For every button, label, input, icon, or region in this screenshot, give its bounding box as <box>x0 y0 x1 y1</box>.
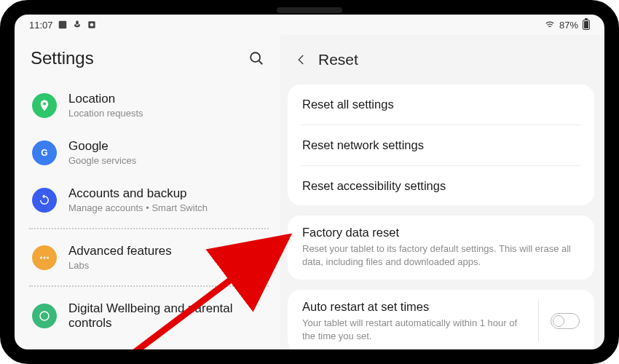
option-desc: Your tablet will restart automatically w… <box>302 317 527 342</box>
auto-restart-card: Auto restart at set times Your tablet wi… <box>288 290 594 354</box>
reset-accessibility-settings[interactable]: Reset accessibility settings <box>288 166 594 205</box>
sync-icon <box>32 188 57 213</box>
sidebar-item-location[interactable]: Location Location requests <box>28 82 270 129</box>
sidebar-item-google[interactable]: G Google Google services <box>28 129 270 176</box>
sidebar-item-digital-wellbeing[interactable]: Digital Wellbeing and parental controls <box>28 291 270 341</box>
sidebar-item-subtitle: Google services <box>68 155 136 166</box>
battery-icon <box>583 20 590 30</box>
image-icon <box>58 20 68 30</box>
divider <box>538 300 539 342</box>
svg-point-2 <box>90 23 93 27</box>
auto-restart-toggle[interactable] <box>551 313 580 329</box>
divider <box>29 228 269 229</box>
status-battery-pct: 87% <box>559 20 578 31</box>
sidebar-item-subtitle: Labs <box>68 260 172 271</box>
svg-point-3 <box>251 52 260 62</box>
reset-options-card: Reset all settings Reset network setting… <box>288 84 594 205</box>
location-icon <box>32 93 57 118</box>
sidebar-item-title: Advanced features <box>68 244 172 258</box>
factory-data-reset[interactable]: Factory data reset Reset your tablet to … <box>288 215 594 280</box>
svg-point-6 <box>40 256 42 258</box>
search-icon[interactable] <box>248 50 264 66</box>
sidebar-item-title: Location <box>68 92 143 106</box>
wellbeing-icon <box>32 304 57 328</box>
reset-detail-pane: Reset Reset all settings Reset network s… <box>280 35 604 364</box>
option-title: Auto restart at set times <box>302 300 527 314</box>
factory-reset-card: Factory data reset Reset your tablet to … <box>288 215 594 280</box>
divider <box>29 285 269 287</box>
detail-title: Reset <box>318 51 358 68</box>
auto-restart-row[interactable]: Auto restart at set times Your tablet wi… <box>288 290 594 354</box>
sidebar-item-subtitle: Manage accounts • Smart Switch <box>68 202 208 213</box>
settings-left-pane: Settings Location Location requests G Go… <box>15 35 280 364</box>
sidebar-item-accounts-backup[interactable]: Accounts and backup Manage accounts • Sm… <box>28 176 270 223</box>
back-icon[interactable] <box>295 53 308 66</box>
sidebar-item-advanced-features[interactable]: Advanced features Labs <box>28 234 270 281</box>
mic-icon <box>72 20 82 30</box>
svg-point-9 <box>40 312 49 320</box>
reset-network-settings[interactable]: Reset network settings <box>288 125 594 165</box>
option-desc: Reset your tablet to its factory default… <box>302 242 580 268</box>
reset-all-settings[interactable]: Reset all settings <box>288 84 594 124</box>
sidebar-item-subtitle: Location requests <box>68 108 143 119</box>
status-bar: 11:07 87% <box>15 15 604 35</box>
wifi-icon <box>545 20 555 30</box>
advanced-icon <box>32 245 57 270</box>
svg-point-7 <box>44 256 46 258</box>
sidebar-item-title: Accounts and backup <box>68 186 208 201</box>
svg-rect-0 <box>58 21 66 29</box>
svg-line-4 <box>259 61 263 65</box>
sidebar-item-title: Digital Wellbeing and parental controls <box>68 301 266 331</box>
google-icon: G <box>32 141 57 165</box>
camera-icon <box>87 20 97 30</box>
option-title: Factory data reset <box>302 226 580 240</box>
sidebar-item-title: Google <box>68 139 136 154</box>
svg-point-8 <box>47 256 49 258</box>
svg-text:G: G <box>41 147 47 157</box>
status-time: 11:07 <box>29 20 53 31</box>
settings-title: Settings <box>31 48 94 68</box>
